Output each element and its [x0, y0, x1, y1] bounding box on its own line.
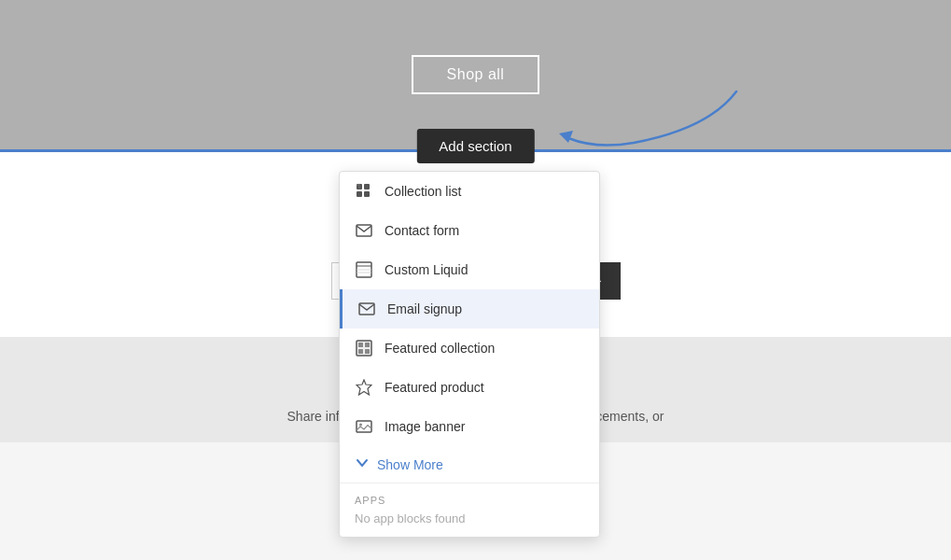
menu-item-featured-collection[interactable]: Featured collection — [340, 329, 599, 368]
shop-all-button[interactable]: Shop all — [412, 55, 540, 94]
featured-product-icon — [355, 378, 373, 397]
menu-item-featured-product-label: Featured product — [385, 380, 484, 395]
menu-item-collection-list-label: Collection list — [385, 184, 461, 199]
svg-marker-16 — [357, 380, 371, 395]
svg-rect-13 — [365, 343, 370, 347]
svg-rect-14 — [358, 349, 363, 354]
svg-marker-0 — [559, 131, 573, 143]
top-section: Shop all — [0, 0, 951, 149]
arrow-indicator — [540, 73, 746, 151]
arrow-svg — [540, 73, 746, 147]
menu-item-contact-form[interactable]: Contact form — [340, 211, 599, 250]
svg-rect-3 — [357, 191, 362, 197]
menu-item-featured-collection-label: Featured collection — [385, 341, 495, 356]
apps-label: APPS — [355, 495, 584, 506]
add-section-button[interactable]: Add section — [416, 129, 534, 163]
chevron-down-icon — [355, 455, 370, 473]
menu-item-contact-form-label: Contact form — [385, 223, 459, 238]
menu-item-email-signup[interactable]: Email signup — [340, 289, 599, 329]
add-section-dropdown: Collection list Contact form Custom Liqu… — [339, 171, 600, 538]
grid-icon — [355, 182, 373, 201]
svg-rect-10 — [359, 303, 374, 315]
show-more-label: Show More — [377, 457, 443, 472]
menu-item-custom-liquid[interactable]: Custom Liquid — [340, 250, 599, 289]
menu-item-collection-list[interactable]: Collection list — [340, 172, 599, 211]
menu-item-featured-product[interactable]: Featured product — [340, 368, 599, 407]
menu-item-image-banner-label: Image banner — [385, 419, 465, 434]
show-more-button[interactable]: Show More — [340, 446, 599, 483]
svg-rect-5 — [357, 225, 371, 236]
svg-rect-2 — [364, 184, 370, 189]
menu-item-custom-liquid-label: Custom Liquid — [385, 262, 469, 277]
menu-item-image-banner[interactable]: Image banner — [340, 407, 599, 446]
svg-point-18 — [359, 424, 362, 427]
svg-rect-12 — [358, 343, 363, 347]
featured-collection-icon — [355, 339, 373, 357]
no-apps-text: No app blocks found — [355, 511, 584, 533]
mail-contact-icon — [355, 221, 373, 240]
svg-rect-4 — [364, 191, 370, 197]
add-section-container: Add section — [416, 129, 534, 163]
svg-rect-15 — [365, 349, 370, 354]
apps-section: APPS No app blocks found — [340, 483, 599, 537]
menu-item-email-signup-label: Email signup — [387, 301, 462, 316]
image-icon — [355, 417, 373, 436]
mail-icon — [357, 300, 376, 318]
code-icon — [355, 260, 373, 279]
